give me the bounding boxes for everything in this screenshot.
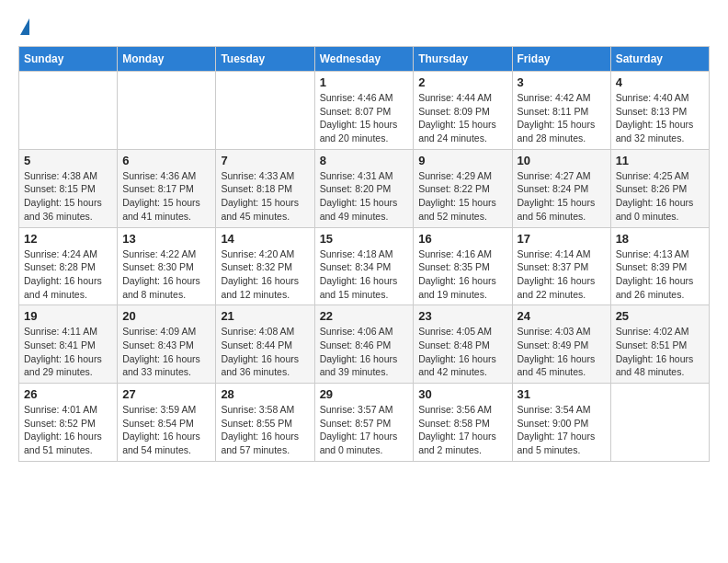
day-info: Sunrise: 4:36 AMSunset: 8:17 PMDaylight:… bbox=[122, 169, 210, 224]
day-info: Sunrise: 4:16 AMSunset: 8:35 PMDaylight:… bbox=[418, 247, 506, 302]
calendar-cell: 6Sunrise: 4:36 AMSunset: 8:17 PMDaylight… bbox=[118, 149, 216, 227]
calendar-cell: 30Sunrise: 3:56 AMSunset: 8:58 PMDayligh… bbox=[414, 384, 512, 462]
day-info: Sunrise: 4:38 AMSunset: 8:15 PMDaylight:… bbox=[24, 169, 112, 224]
day-number: 16 bbox=[418, 232, 506, 246]
day-info: Sunrise: 4:22 AMSunset: 8:30 PMDaylight:… bbox=[122, 247, 210, 302]
calendar-cell: 16Sunrise: 4:16 AMSunset: 8:35 PMDayligh… bbox=[414, 227, 512, 305]
day-info: Sunrise: 4:02 AMSunset: 8:51 PMDaylight:… bbox=[616, 325, 704, 379]
calendar-cell bbox=[610, 384, 709, 462]
column-header-saturday: Saturday bbox=[610, 47, 709, 72]
calendar-cell: 9Sunrise: 4:29 AMSunset: 8:22 PMDaylight… bbox=[414, 149, 512, 227]
day-number: 29 bbox=[320, 387, 409, 401]
day-number: 17 bbox=[518, 232, 606, 246]
day-info: Sunrise: 3:59 AMSunset: 8:54 PMDaylight:… bbox=[122, 403, 210, 457]
day-number: 22 bbox=[320, 309, 409, 323]
day-number: 28 bbox=[221, 387, 309, 401]
calendar-cell: 12Sunrise: 4:24 AMSunset: 8:28 PMDayligh… bbox=[19, 227, 118, 305]
day-info: Sunrise: 4:25 AMSunset: 8:26 PMDaylight:… bbox=[616, 169, 704, 224]
calendar-cell: 2Sunrise: 4:44 AMSunset: 8:09 PMDaylight… bbox=[414, 72, 512, 150]
day-info: Sunrise: 4:20 AMSunset: 8:32 PMDaylight:… bbox=[221, 247, 309, 302]
calendar-cell: 23Sunrise: 4:05 AMSunset: 8:48 PMDayligh… bbox=[414, 305, 512, 384]
calendar-cell: 21Sunrise: 4:08 AMSunset: 8:44 PMDayligh… bbox=[216, 305, 314, 384]
day-number: 23 bbox=[418, 309, 506, 323]
day-number: 19 bbox=[24, 309, 112, 323]
day-info: Sunrise: 4:24 AMSunset: 8:28 PMDaylight:… bbox=[24, 247, 112, 302]
day-number: 12 bbox=[24, 232, 112, 246]
column-header-thursday: Thursday bbox=[414, 47, 512, 72]
calendar-cell: 24Sunrise: 4:03 AMSunset: 8:49 PMDayligh… bbox=[512, 305, 610, 384]
day-number: 10 bbox=[518, 154, 606, 167]
day-info: Sunrise: 4:05 AMSunset: 8:48 PMDaylight:… bbox=[418, 325, 506, 379]
column-header-friday: Friday bbox=[512, 47, 610, 72]
calendar-cell: 19Sunrise: 4:11 AMSunset: 8:41 PMDayligh… bbox=[19, 305, 118, 384]
calendar-cell: 17Sunrise: 4:14 AMSunset: 8:37 PMDayligh… bbox=[512, 227, 610, 305]
calendar-cell: 1Sunrise: 4:46 AMSunset: 8:07 PMDaylight… bbox=[314, 72, 414, 150]
column-header-monday: Monday bbox=[118, 47, 216, 72]
day-number: 27 bbox=[122, 387, 210, 401]
calendar-cell: 14Sunrise: 4:20 AMSunset: 8:32 PMDayligh… bbox=[216, 227, 314, 305]
calendar-week-4: 19Sunrise: 4:11 AMSunset: 8:41 PMDayligh… bbox=[19, 305, 710, 384]
calendar-week-5: 26Sunrise: 4:01 AMSunset: 8:52 PMDayligh… bbox=[19, 384, 710, 462]
column-header-tuesday: Tuesday bbox=[216, 47, 314, 72]
calendar-week-1: 1Sunrise: 4:46 AMSunset: 8:07 PMDaylight… bbox=[19, 72, 710, 150]
day-info: Sunrise: 4:42 AMSunset: 8:11 PMDaylight:… bbox=[518, 91, 606, 145]
calendar-cell: 15Sunrise: 4:18 AMSunset: 8:34 PMDayligh… bbox=[314, 227, 414, 305]
day-number: 14 bbox=[221, 232, 309, 246]
calendar-cell: 31Sunrise: 3:54 AMSunset: 9:00 PMDayligh… bbox=[512, 384, 610, 462]
calendar-cell: 27Sunrise: 3:59 AMSunset: 8:54 PMDayligh… bbox=[118, 384, 216, 462]
calendar-cell: 7Sunrise: 4:33 AMSunset: 8:18 PMDaylight… bbox=[216, 149, 314, 227]
calendar-week-3: 12Sunrise: 4:24 AMSunset: 8:28 PMDayligh… bbox=[19, 227, 710, 305]
day-number: 11 bbox=[616, 154, 704, 167]
calendar-cell: 13Sunrise: 4:22 AMSunset: 8:30 PMDayligh… bbox=[118, 227, 216, 305]
day-number: 18 bbox=[616, 232, 704, 246]
logo bbox=[18, 18, 29, 37]
calendar-cell: 28Sunrise: 3:58 AMSunset: 8:55 PMDayligh… bbox=[216, 384, 314, 462]
day-info: Sunrise: 4:33 AMSunset: 8:18 PMDaylight:… bbox=[221, 169, 309, 224]
day-info: Sunrise: 4:11 AMSunset: 8:41 PMDaylight:… bbox=[24, 325, 112, 379]
calendar-cell: 29Sunrise: 3:57 AMSunset: 8:57 PMDayligh… bbox=[314, 384, 414, 462]
day-info: Sunrise: 4:29 AMSunset: 8:22 PMDaylight:… bbox=[418, 169, 506, 224]
day-number: 6 bbox=[122, 154, 210, 167]
calendar-header-row: SundayMondayTuesdayWednesdayThursdayFrid… bbox=[19, 47, 710, 72]
day-info: Sunrise: 3:56 AMSunset: 8:58 PMDaylight:… bbox=[418, 403, 506, 457]
column-header-wednesday: Wednesday bbox=[314, 47, 414, 72]
day-number: 31 bbox=[518, 387, 606, 401]
day-info: Sunrise: 4:08 AMSunset: 8:44 PMDaylight:… bbox=[221, 325, 309, 379]
calendar-cell: 11Sunrise: 4:25 AMSunset: 8:26 PMDayligh… bbox=[610, 149, 709, 227]
day-number: 1 bbox=[320, 75, 409, 89]
column-header-sunday: Sunday bbox=[19, 47, 118, 72]
day-number: 13 bbox=[122, 232, 210, 246]
day-info: Sunrise: 4:13 AMSunset: 8:39 PMDaylight:… bbox=[616, 247, 704, 302]
calendar-cell: 26Sunrise: 4:01 AMSunset: 8:52 PMDayligh… bbox=[19, 384, 118, 462]
calendar-week-2: 5Sunrise: 4:38 AMSunset: 8:15 PMDaylight… bbox=[19, 149, 710, 227]
calendar-table: SundayMondayTuesdayWednesdayThursdayFrid… bbox=[18, 46, 710, 462]
day-number: 2 bbox=[418, 75, 506, 89]
calendar-cell: 8Sunrise: 4:31 AMSunset: 8:20 PMDaylight… bbox=[314, 149, 414, 227]
calendar-cell bbox=[118, 72, 216, 150]
day-number: 20 bbox=[122, 309, 210, 323]
day-info: Sunrise: 4:14 AMSunset: 8:37 PMDaylight:… bbox=[518, 247, 606, 302]
day-info: Sunrise: 4:18 AMSunset: 8:34 PMDaylight:… bbox=[320, 247, 409, 302]
calendar-cell: 5Sunrise: 4:38 AMSunset: 8:15 PMDaylight… bbox=[19, 149, 118, 227]
calendar-cell: 22Sunrise: 4:06 AMSunset: 8:46 PMDayligh… bbox=[314, 305, 414, 384]
calendar-cell: 20Sunrise: 4:09 AMSunset: 8:43 PMDayligh… bbox=[118, 305, 216, 384]
calendar-cell: 4Sunrise: 4:40 AMSunset: 8:13 PMDaylight… bbox=[610, 72, 709, 150]
day-info: Sunrise: 3:58 AMSunset: 8:55 PMDaylight:… bbox=[221, 403, 309, 457]
day-info: Sunrise: 4:44 AMSunset: 8:09 PMDaylight:… bbox=[418, 91, 506, 145]
day-info: Sunrise: 4:31 AMSunset: 8:20 PMDaylight:… bbox=[320, 169, 409, 224]
day-number: 26 bbox=[24, 387, 112, 401]
day-info: Sunrise: 4:27 AMSunset: 8:24 PMDaylight:… bbox=[518, 169, 606, 224]
day-number: 24 bbox=[518, 309, 606, 323]
calendar-cell bbox=[19, 72, 118, 150]
calendar-cell: 18Sunrise: 4:13 AMSunset: 8:39 PMDayligh… bbox=[610, 227, 709, 305]
day-info: Sunrise: 4:01 AMSunset: 8:52 PMDaylight:… bbox=[24, 403, 112, 457]
day-number: 25 bbox=[616, 309, 704, 323]
day-number: 30 bbox=[418, 387, 506, 401]
calendar-cell: 10Sunrise: 4:27 AMSunset: 8:24 PMDayligh… bbox=[512, 149, 610, 227]
day-info: Sunrise: 4:03 AMSunset: 8:49 PMDaylight:… bbox=[518, 325, 606, 379]
day-info: Sunrise: 4:06 AMSunset: 8:46 PMDaylight:… bbox=[320, 325, 409, 379]
day-number: 3 bbox=[518, 75, 606, 89]
logo-triangle-icon bbox=[20, 18, 29, 35]
calendar-cell: 3Sunrise: 4:42 AMSunset: 8:11 PMDaylight… bbox=[512, 72, 610, 150]
page-header bbox=[18, 18, 710, 37]
